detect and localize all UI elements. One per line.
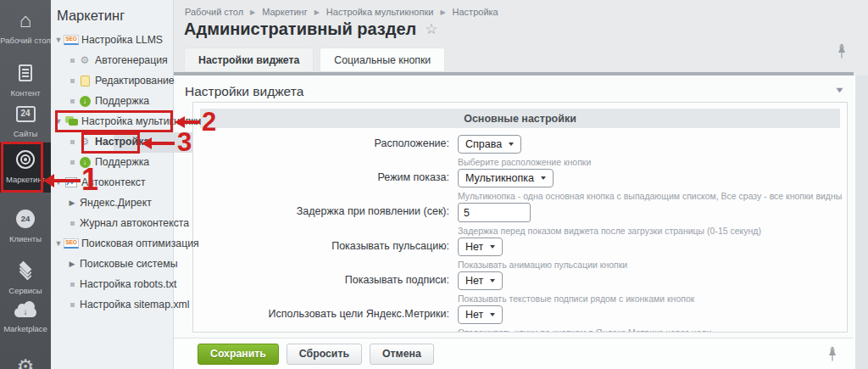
reset-button[interactable]: Сбросить [287, 344, 362, 365]
chevron-down-icon[interactable]: ▼ [53, 178, 64, 187]
menu-item-support-1[interactable]: ↓ Поддержка [51, 91, 173, 111]
sidebar-item-content[interactable]: Контент [0, 61, 51, 98]
chart-icon [65, 177, 77, 187]
delay-input[interactable] [458, 203, 531, 222]
chevron-down-icon[interactable]: ▼ [53, 117, 64, 126]
tab-social-buttons[interactable]: Социальные кнопки [320, 48, 445, 72]
display-mode-select[interactable]: Мультикнопка [458, 169, 554, 187]
field-label: Показывать пульсацию: [193, 236, 458, 270]
update-icon: ↓ [80, 157, 91, 168]
chevron-right-icon[interactable]: ▶ [67, 198, 77, 207]
field-label: Показывать подписи: [193, 270, 458, 304]
chevron-down-icon [509, 143, 514, 146]
save-button[interactable]: Сохранить [198, 344, 279, 365]
sidebar-item-clients[interactable]: 24 Клиенты [0, 207, 51, 243]
sidebar-item-label: Сайты [0, 129, 51, 138]
field-label: Расположение: [193, 133, 458, 167]
menu-item-settings-selected[interactable]: ⚙ Настройка [51, 131, 173, 152]
breadcrumb-separator-icon: ▶ [314, 8, 320, 16]
chevron-down-icon[interactable]: ▼ [53, 239, 64, 248]
field-label: Использовать цели Яндекс.Метрики: [193, 304, 458, 333]
section-collapse-icon[interactable]: ▼ [834, 86, 845, 94]
breadcrumb-item[interactable]: Настройка [453, 7, 498, 17]
favorite-star-icon[interactable]: ☆ [425, 20, 437, 38]
sidebar-item-label: Рабочий стол [0, 36, 51, 45]
form-row: Показывать пульсацию: Нет Показывать ани… [193, 236, 847, 270]
breadcrumb-item[interactable]: Маркетинг [262, 7, 307, 17]
pin-icon[interactable] [828, 347, 837, 365]
menu-item-multibutton-settings[interactable]: ▼ Настройка мультикнопки [51, 111, 173, 131]
menu-item-autocontext[interactable]: ▼ Автоконтекст [51, 172, 173, 193]
gear-icon: ⚙ [17, 357, 35, 369]
menu-item-support-2[interactable]: ↓ Поддержка [51, 152, 173, 172]
tab-widget-settings[interactable]: Настройки виджета [184, 48, 314, 72]
clients-24-icon: 24 [16, 210, 35, 228]
sidebar-item-marketing[interactable]: Маркетинг [0, 143, 51, 193]
seo-icon: SEO [64, 35, 79, 45]
menu-item-robots-txt[interactable]: Настройка robots.txt [51, 274, 173, 294]
admin-app: ⌂ Рабочий стол Контент 24 Сайты Маркетин… [0, 0, 868, 369]
chevron-down-icon [541, 176, 546, 180]
form-row: Режим показа: Мультикнопка Мультикнопка … [193, 167, 847, 201]
bullet-icon [67, 99, 77, 103]
menu-item-yandex-direct[interactable]: ▶ Яндекс.Директ [51, 193, 173, 213]
menu-item-llms-settings[interactable]: ▼ SEO Настройка LLMS [51, 30, 173, 50]
page-title: Административный раздел [184, 20, 416, 39]
gear-icon: ⚙ [81, 137, 90, 147]
menu-item-autocontext-log[interactable]: Журнал автоконтекста [51, 213, 173, 233]
dark-sidebar: ⌂ Рабочий стол Контент 24 Сайты Маркетин… [0, 0, 51, 369]
breadcrumb-item[interactable]: Рабочий стол [185, 7, 243, 17]
update-icon: ↓ [80, 96, 91, 107]
main-content: Настройки виджета ▼ Основные настройки Р… [174, 75, 854, 369]
menu-item-editing[interactable]: Редактирование [51, 70, 173, 91]
chevron-down-icon [490, 245, 495, 249]
captions-select[interactable]: Нет [458, 271, 503, 290]
cancel-button[interactable]: Отмена [370, 344, 434, 365]
field-hint: Выберите расположение кнопки [458, 157, 843, 167]
home-icon: ⌂ [19, 10, 32, 31]
form-section-header: Основные настройки [200, 109, 840, 128]
menu-item-sitemap-xml[interactable]: Настройка sitemap.xml [51, 294, 173, 315]
bullet-icon [67, 221, 77, 226]
sidebar-item-label: Клиенты [0, 234, 51, 243]
bullet-icon [67, 282, 77, 287]
breadcrumb-item[interactable]: Настройка мультикнопки [326, 7, 434, 17]
field-hint: Показывать текстовые подписи рядом с ико… [458, 294, 843, 304]
sidebar-item-marketplace[interactable]: ↓ Marketplace [0, 299, 51, 333]
field-hint: Отслеживать клики по кнопкам в Яндекс.Ме… [458, 327, 843, 333]
form-footer: Сохранить Сбросить Отмена [174, 338, 854, 369]
document-icon [19, 64, 32, 81]
sidebar-item-desktop[interactable]: ⌂ Рабочий стол [0, 8, 51, 45]
menu-item-search-engines[interactable]: ▶ Поисковые системы [51, 254, 173, 274]
chevron-right-icon[interactable]: ▶ [67, 260, 77, 268]
form-row: Использовать цели Яндекс.Метрики: Нет От… [193, 304, 847, 333]
settings-form: Основные настройки Расположение: Справа … [192, 102, 848, 333]
target-icon [16, 150, 35, 169]
chevron-down-icon [490, 279, 495, 282]
bullet-icon [67, 79, 77, 83]
metrika-goals-select[interactable]: Нет [458, 305, 503, 324]
gear-icon: ⚙ [81, 55, 90, 65]
position-select[interactable]: Справа [458, 135, 521, 154]
menu-list: ▼ SEO Настройка LLMS ⚙ Автогенерация Ред… [51, 30, 173, 315]
field-label: Задержка при появлении (сек): [193, 201, 458, 236]
sidebar-item-services[interactable]: Сервисы [0, 259, 51, 295]
pin-icon[interactable] [837, 44, 846, 62]
bullet-icon [67, 160, 77, 165]
menu-item-autogeneration[interactable]: ⚙ Автогенерация [51, 50, 173, 70]
menu-item-seo-optimization[interactable]: ▼ SEO Поисковая оптимизация [51, 233, 173, 254]
breadcrumb: Рабочий стол ▶ Маркетинг ▶ Настройка мул… [185, 7, 498, 17]
tab-bar: Настройки виджета Социальные кнопки [184, 48, 445, 72]
sidebar-item-settings[interactable]: ⚙ [0, 355, 51, 369]
sidebar-item-sites[interactable]: 24 Сайты [0, 102, 51, 138]
menu-title: Маркетинг [57, 8, 125, 24]
chevron-down-icon[interactable]: ▼ [53, 36, 64, 44]
sidebar-item-label: Сервисы [0, 286, 51, 295]
chevron-down-icon [490, 313, 495, 316]
sidebar-item-label: Маркетинг [0, 175, 51, 184]
field-hint: Задержка перед показом виджета после заг… [458, 226, 843, 236]
page-icon [81, 75, 90, 87]
page-header: Рабочий стол ▶ Маркетинг ▶ Настройка мул… [174, 0, 868, 72]
marketing-menu-panel: Маркетинг ▼ SEO Настройка LLMS ⚙ Автоген… [51, 0, 174, 369]
pulsation-select[interactable]: Нет [458, 238, 503, 256]
